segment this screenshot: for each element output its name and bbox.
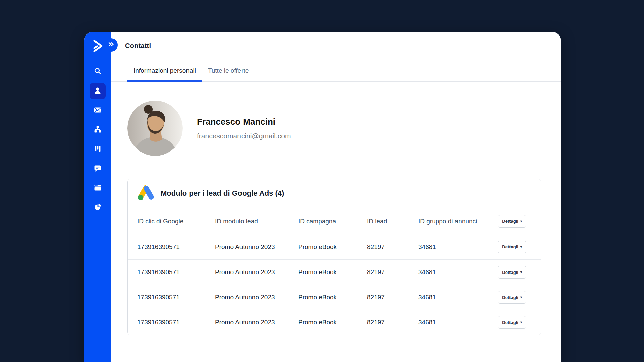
sidebar-item-search[interactable] (90, 64, 106, 80)
tab-bar: Informazioni personali Tutte le offerte (111, 60, 561, 82)
column-header-gclid: ID clic di Google (137, 218, 215, 225)
cell-lead-form: Promo Autunno 2023 (215, 319, 298, 326)
contact-icon (94, 86, 102, 96)
caret-down-icon: ▾ (520, 220, 522, 223)
column-header-lead-id: ID lead (367, 218, 418, 225)
details-button-label: Dettagli (502, 320, 518, 325)
row-details-button[interactable]: Dettagli ▾ (498, 266, 526, 279)
cell-lead-form: Promo Autunno 2023 (215, 268, 298, 276)
cell-campaign: Promo eBook (298, 243, 367, 251)
double-chevron-right-icon (108, 42, 114, 48)
cell-campaign: Promo eBook (298, 319, 367, 326)
row-details-button[interactable]: Dettagli ▾ (498, 291, 526, 304)
contact-info: Francesco Mancini francescomancini@gmail… (197, 117, 291, 140)
sidebar-collapse-button[interactable] (104, 38, 118, 52)
column-header-lead-form: ID modulo lead (215, 218, 298, 225)
app-window: Contatti Informazioni personali Tutte le… (84, 32, 561, 362)
avatar (127, 101, 183, 156)
sidebar-item-site[interactable] (90, 180, 106, 196)
sidebar-item-conversations[interactable] (90, 161, 106, 177)
sidebar-item-contacts[interactable] (90, 83, 106, 99)
table-row: 173916390571 Promo Autunno 2023 Promo eB… (128, 259, 541, 285)
row-details-button[interactable]: Dettagli ▾ (498, 316, 526, 329)
site-browser-icon (94, 184, 102, 193)
tab-informazioni-personali[interactable]: Informazioni personali (127, 60, 202, 81)
details-button-label: Dettagli (502, 295, 518, 300)
cell-ad-group: 34681 (418, 294, 497, 301)
cell-ad-group: 34681 (418, 243, 497, 251)
cell-lead-id: 82197 (367, 268, 418, 276)
email-icon (94, 106, 102, 115)
table-body: 173916390571 Promo Autunno 2023 Promo eB… (128, 234, 541, 335)
page-title: Contatti (125, 42, 151, 50)
tab-tutte-le-offerte[interactable]: Tutte le offerte (202, 60, 255, 81)
cell-campaign: Promo eBook (298, 294, 367, 301)
deals-kanban-icon (94, 145, 102, 154)
sidebar-item-email[interactable] (90, 103, 106, 119)
table-row: 173916390571 Promo Autunno 2023 Promo eB… (128, 285, 541, 310)
cell-gclid: 173916390571 (137, 268, 215, 276)
sidebar-item-reports[interactable] (90, 200, 106, 216)
main-area: Contatti Informazioni personali Tutte le… (111, 32, 561, 362)
page-header: Contatti (111, 32, 561, 60)
automation-sitemap-icon (94, 125, 102, 135)
table-row: 173916390571 Promo Autunno 2023 Promo eB… (128, 310, 541, 335)
contact-email: francescomancini@gmail.com (197, 132, 291, 140)
contact-profile: Francesco Mancini francescomancini@gmail… (127, 101, 561, 156)
tab-label: Tutte le offerte (208, 67, 249, 74)
details-button-label: Dettagli (502, 244, 518, 249)
cell-lead-id: 82197 (367, 294, 418, 301)
sidebar-item-deals[interactable] (90, 141, 106, 158)
cell-gclid: 173916390571 (137, 243, 215, 251)
cell-gclid: 173916390571 (137, 294, 215, 301)
caret-down-icon: ▾ (520, 270, 522, 274)
caret-down-icon: ▾ (520, 321, 522, 324)
card-header: Modulo per i lead di Google Ads (4) (128, 179, 541, 208)
cell-lead-id: 82197 (367, 243, 418, 251)
tab-label: Informazioni personali (133, 67, 196, 74)
cell-campaign: Promo eBook (298, 268, 367, 276)
cell-ad-group: 34681 (418, 268, 497, 276)
caret-down-icon: ▾ (520, 245, 522, 249)
cell-ad-group: 34681 (418, 319, 497, 326)
details-button-label: Dettagli (502, 219, 518, 224)
details-button-label: Dettagli (502, 270, 518, 275)
google-ads-logo-icon (137, 184, 154, 202)
google-ads-lead-card: Modulo per i lead di Google Ads (4) ID c… (127, 179, 541, 335)
contact-name: Francesco Mancini (197, 117, 291, 127)
sidebar-item-automations[interactable] (90, 122, 106, 138)
cell-gclid: 173916390571 (137, 319, 215, 326)
cell-lead-form: Promo Autunno 2023 (215, 243, 298, 251)
cell-lead-id: 82197 (367, 319, 418, 326)
table-row: 173916390571 Promo Autunno 2023 Promo eB… (128, 234, 541, 259)
search-icon (94, 67, 102, 76)
sidebar (84, 32, 111, 362)
table-header-row: ID clic di Google ID modulo lead ID camp… (128, 208, 541, 234)
content-area: Francesco Mancini francescomancini@gmail… (111, 101, 561, 335)
caret-down-icon: ▾ (520, 296, 522, 299)
cell-lead-form: Promo Autunno 2023 (215, 294, 298, 301)
card-title: Modulo per i lead di Google Ads (4) (161, 189, 284, 198)
column-header-campaign: ID campagna (298, 218, 367, 225)
row-details-button[interactable]: Dettagli ▾ (498, 241, 526, 253)
column-header-ad-group: ID gruppo di annunci (418, 218, 497, 225)
header-details-button[interactable]: Dettagli ▾ (498, 215, 526, 228)
reports-pie-icon (94, 203, 102, 213)
sidebar-nav (90, 64, 106, 216)
conversations-chat-icon (94, 164, 102, 174)
activecampaign-logo-icon (90, 38, 106, 54)
